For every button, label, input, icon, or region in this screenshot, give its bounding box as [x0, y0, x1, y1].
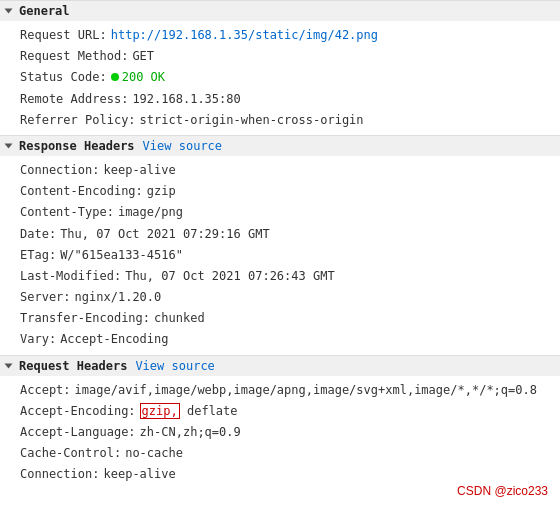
content-encoding-key: Content-Encoding:: [20, 182, 143, 201]
content-type-row: Content-Type: image/png: [0, 202, 560, 223]
vary-value: Accept-Encoding: [60, 330, 168, 349]
request-triangle-icon: [5, 363, 13, 368]
content-type-key: Content-Type:: [20, 203, 114, 222]
request-headers-rows: Accept: image/avif,image/webp,image/apng…: [0, 376, 560, 490]
referrer-policy-row: Referrer Policy: strict-origin-when-cros…: [0, 110, 560, 131]
transfer-encoding-value: chunked: [154, 309, 205, 328]
general-title: General: [19, 4, 70, 18]
deflate-value: deflate: [187, 404, 238, 418]
response-headers-section: Response Headers View source Connection:…: [0, 135, 560, 355]
date-row: Date: Thu, 07 Oct 2021 07:29:16 GMT: [0, 224, 560, 245]
accept-row: Accept: image/avif,image/webp,image/apng…: [0, 380, 560, 401]
cache-control-key: Cache-Control:: [20, 444, 121, 463]
response-headers-title: Response Headers: [19, 139, 135, 153]
status-dot-icon: [111, 73, 119, 81]
req-connection-key: Connection:: [20, 465, 99, 484]
response-headers-header: Response Headers View source: [0, 135, 560, 156]
last-modified-key: Last-Modified:: [20, 267, 121, 286]
etag-row: ETag: W/"615ea133-4516": [0, 245, 560, 266]
transfer-encoding-row: Transfer-Encoding: chunked: [0, 308, 560, 329]
cache-control-row: Cache-Control: no-cache: [0, 443, 560, 464]
req-connection-value: keep-alive: [103, 465, 175, 484]
referrer-policy-value: strict-origin-when-cross-origin: [140, 111, 364, 130]
watermark-handle: @zico233: [494, 484, 548, 498]
general-rows: Request URL: http://192.168.1.35/static/…: [0, 21, 560, 135]
last-modified-value: Thu, 07 Oct 2021 07:26:43 GMT: [125, 267, 335, 286]
request-headers-header: Request Headers View source: [0, 355, 560, 376]
accept-language-row: Accept-Language: zh-CN,zh;q=0.9: [0, 422, 560, 443]
etag-key: ETag:: [20, 246, 56, 265]
vary-key: Vary:: [20, 330, 56, 349]
request-headers-section: Request Headers View source Accept: imag…: [0, 355, 560, 490]
date-key: Date:: [20, 225, 56, 244]
accept-key: Accept:: [20, 381, 71, 400]
status-code-row: Status Code: 200 OK: [0, 67, 560, 88]
server-row: Server: nginx/1.20.0: [0, 287, 560, 308]
request-method-row: Request Method: GET: [0, 46, 560, 67]
etag-value: W/"615ea133-4516": [60, 246, 183, 265]
gzip-highlight: gzip,: [140, 403, 180, 419]
req-connection-row: Connection: keep-alive: [0, 464, 560, 485]
accept-value: image/avif,image/webp,image/apng,image/s…: [75, 381, 537, 400]
request-url-value: http://192.168.1.35/static/img/42.png: [111, 26, 378, 45]
connection-key: Connection:: [20, 161, 99, 180]
request-view-source-link[interactable]: View source: [135, 359, 214, 373]
general-section: General Request URL: http://192.168.1.35…: [0, 0, 560, 135]
watermark: CSDN @zico233: [457, 484, 548, 498]
request-method-value: GET: [132, 47, 154, 66]
request-url-key: Request URL:: [20, 26, 107, 45]
response-headers-rows: Connection: keep-alive Content-Encoding:…: [0, 156, 560, 355]
server-key: Server:: [20, 288, 71, 307]
status-code-value: 200 OK: [122, 68, 165, 87]
watermark-prefix: CSDN: [457, 484, 494, 498]
request-method-key: Request Method:: [20, 47, 128, 66]
content-type-value: image/png: [118, 203, 183, 222]
date-value: Thu, 07 Oct 2021 07:29:16 GMT: [60, 225, 270, 244]
remote-address-row: Remote Address: 192.168.1.35:80: [0, 89, 560, 110]
request-headers-title: Request Headers: [19, 359, 127, 373]
general-header: General: [0, 0, 560, 21]
server-value: nginx/1.20.0: [75, 288, 162, 307]
referrer-policy-key: Referrer Policy:: [20, 111, 136, 130]
transfer-encoding-key: Transfer-Encoding:: [20, 309, 150, 328]
vary-row: Vary: Accept-Encoding: [0, 329, 560, 350]
accept-language-value: zh-CN,zh;q=0.9: [140, 423, 241, 442]
request-url-row: Request URL: http://192.168.1.35/static/…: [0, 25, 560, 46]
remote-address-value: 192.168.1.35:80: [132, 90, 240, 109]
triangle-icon: [5, 9, 13, 14]
remote-address-key: Remote Address:: [20, 90, 128, 109]
accept-encoding-key: Accept-Encoding:: [20, 402, 136, 421]
status-code-key: Status Code:: [20, 68, 107, 87]
connection-row: Connection: keep-alive: [0, 160, 560, 181]
connection-value: keep-alive: [103, 161, 175, 180]
accept-language-key: Accept-Language:: [20, 423, 136, 442]
response-triangle-icon: [5, 143, 13, 148]
cache-control-value: no-cache: [125, 444, 183, 463]
accept-encoding-value: gzip, deflate: [140, 402, 238, 421]
response-view-source-link[interactable]: View source: [143, 139, 222, 153]
last-modified-row: Last-Modified: Thu, 07 Oct 2021 07:26:43…: [0, 266, 560, 287]
content-encoding-value: gzip: [147, 182, 176, 201]
content-encoding-row: Content-Encoding: gzip: [0, 181, 560, 202]
accept-encoding-row: Accept-Encoding: gzip, deflate: [0, 401, 560, 422]
